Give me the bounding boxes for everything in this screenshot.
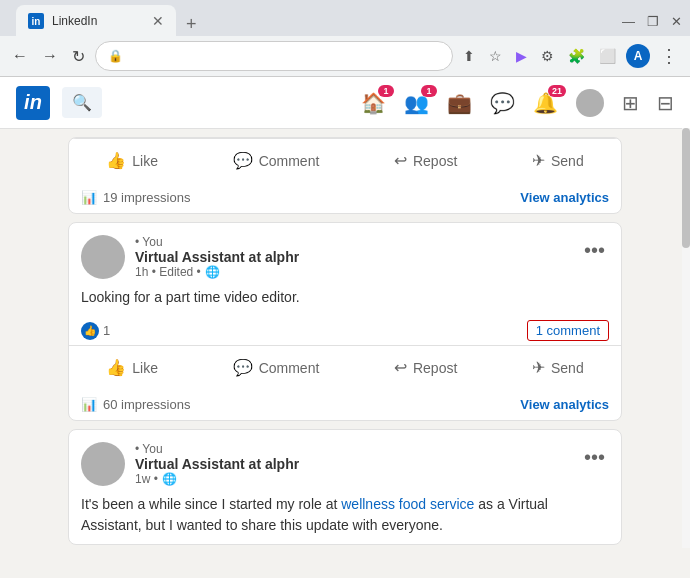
bookmark-button[interactable]: ☆ — [485, 44, 506, 68]
post3-more-options[interactable]: ••• — [580, 442, 609, 473]
post1-like-button[interactable]: 👍 Like — [94, 143, 170, 178]
post2-repost-button[interactable]: ↩ Repost — [382, 350, 469, 385]
browser-action-buttons: ⬆ ☆ ▶ ⚙ 🧩 ⬜ A ⋮ — [459, 41, 682, 71]
share-button[interactable]: ⬆ — [459, 44, 479, 68]
notifications-icon: 🔔 21 — [533, 91, 558, 115]
globe-icon: 🌐 — [205, 265, 220, 279]
post2-view-analytics[interactable]: View analytics — [520, 397, 609, 412]
post-card-3: • You Virtual Assistant at alphr 1w • 🌐 … — [68, 429, 622, 545]
nav-notifications[interactable]: 🔔 21 — [533, 91, 558, 115]
scrollbar-thumb[interactable] — [682, 128, 690, 248]
post2-actions: 👍 Like 💬 Comment ↩ Repost ✈ Send — [69, 345, 621, 389]
comment-icon-2: 💬 — [233, 358, 253, 377]
title-bar: in LinkedIn ✕ + — ❐ ✕ — [0, 0, 690, 36]
browser-chrome: in LinkedIn ✕ + — ❐ ✕ ← → ↻ 🔒 ⬆ ☆ ▶ ⚙ 🧩 … — [0, 0, 690, 77]
send-label-2: Send — [551, 360, 584, 376]
bar-chart-icon: 📊 — [81, 190, 97, 205]
home-badge: 1 — [378, 85, 394, 97]
address-bar[interactable]: 🔒 — [95, 41, 453, 71]
post2-comment-button[interactable]: 💬 Comment — [221, 350, 332, 385]
nav-work[interactable]: ⊟ — [657, 91, 674, 115]
post2-more-options[interactable]: ••• — [580, 235, 609, 266]
nav-home[interactable]: 🏠 1 — [361, 91, 386, 115]
scrollbar[interactable] — [682, 128, 690, 548]
media-button[interactable]: ▶ — [512, 44, 531, 68]
comment-label-2: Comment — [259, 360, 320, 376]
post2-reaction-count: 1 — [103, 323, 110, 338]
like-label: Like — [132, 153, 158, 169]
like-icon-2: 👍 — [106, 358, 126, 377]
tab-favicon: in — [28, 13, 44, 29]
post3-author-info: • You Virtual Assistant at alphr 1w • 🌐 — [135, 442, 299, 486]
post1-repost-button[interactable]: ↩ Repost — [382, 143, 469, 178]
post2-reactions: 👍 1 — [81, 322, 110, 340]
send-icon: ✈ — [532, 151, 545, 170]
tab-title: LinkedIn — [52, 14, 97, 28]
globe-icon-3: 🌐 — [162, 472, 177, 486]
nav-me[interactable] — [576, 89, 604, 117]
post3-body: • You Virtual Assistant at alphr 1w • 🌐 … — [69, 430, 621, 536]
post1-impressions-left: 📊 19 impressions — [81, 190, 190, 205]
translate-button[interactable]: ⚙ — [537, 44, 558, 68]
menu-button[interactable]: ⋮ — [656, 41, 682, 71]
like-icon: 👍 — [106, 151, 126, 170]
post2-you-label: • You — [135, 235, 299, 249]
post2-header: • You Virtual Assistant at alphr 1h • Ed… — [81, 235, 609, 279]
post3-link[interactable]: wellness food service — [341, 496, 474, 512]
post2-like-button[interactable]: 👍 Like — [94, 350, 170, 385]
repost-icon: ↩ — [394, 151, 407, 170]
search-bar[interactable]: 🔍 — [62, 87, 102, 118]
post1-impressions-row: 📊 19 impressions View analytics — [69, 182, 621, 213]
post3-text: It's been a while since I started my rol… — [81, 494, 609, 536]
post2-impressions-count: 60 impressions — [103, 397, 190, 412]
forward-button[interactable]: → — [38, 43, 62, 69]
post3-author-name: Virtual Assistant at alphr — [135, 456, 299, 472]
refresh-button[interactable]: ↻ — [68, 43, 89, 70]
comment-label: Comment — [259, 153, 320, 169]
window-controls-right[interactable]: — ❐ ✕ — [622, 14, 682, 29]
nav-messaging[interactable]: 💬 — [490, 91, 515, 115]
jobs-icon: 💼 — [447, 91, 472, 115]
minimize-button[interactable]: — — [622, 14, 635, 29]
notifications-badge: 21 — [548, 85, 566, 97]
post2-text: Looking for a part time video editor. — [81, 287, 609, 308]
comment-icon: 💬 — [233, 151, 253, 170]
bar-chart-icon-2: 📊 — [81, 397, 97, 412]
repost-label-2: Repost — [413, 360, 457, 376]
post2-comment-link[interactable]: 1 comment — [527, 320, 609, 341]
post1-comment-button[interactable]: 💬 Comment — [221, 143, 332, 178]
active-tab[interactable]: in LinkedIn ✕ — [16, 5, 176, 37]
post3-header: • You Virtual Assistant at alphr 1w • 🌐 … — [81, 442, 609, 486]
post3-author: • You Virtual Assistant at alphr 1w • 🌐 — [81, 442, 299, 486]
post2-impressions-left: 📊 60 impressions — [81, 397, 190, 412]
post2-impressions-row: 📊 60 impressions View analytics — [69, 389, 621, 420]
post2-send-button[interactable]: ✈ Send — [520, 350, 596, 385]
post1-send-button[interactable]: ✈ Send — [520, 143, 596, 178]
network-icon: 👥 1 — [404, 91, 429, 115]
nav-jobs[interactable]: 💼 — [447, 91, 472, 115]
post2-author-name: Virtual Assistant at alphr — [135, 249, 299, 265]
repost-icon-2: ↩ — [394, 358, 407, 377]
post1-impressions-count: 19 impressions — [103, 190, 190, 205]
linkedin-navbar: in 🔍 🏠 1 👥 1 💼 💬 🔔 — [0, 77, 690, 129]
tab-bar: in LinkedIn ✕ + — [16, 5, 614, 37]
post1-actions: 👍 Like 💬 Comment ↩ Repost ✈ Send — [69, 138, 621, 182]
post1-view-analytics[interactable]: View analytics — [520, 190, 609, 205]
sidebar-button[interactable]: ⬜ — [595, 44, 620, 68]
extensions-button[interactable]: 🧩 — [564, 44, 589, 68]
tab-close-button[interactable]: ✕ — [152, 14, 164, 28]
new-tab-button[interactable]: + — [178, 11, 205, 37]
maximize-button[interactable]: ❐ — [647, 14, 659, 29]
post3-you-label: • You — [135, 442, 299, 456]
send-label: Send — [551, 153, 584, 169]
send-icon-2: ✈ — [532, 358, 545, 377]
browser-profile-button[interactable]: A — [626, 44, 650, 68]
nav-grid[interactable]: ⊞ — [622, 91, 639, 115]
grid-icon: ⊞ — [622, 91, 639, 115]
nav-network[interactable]: 👥 1 — [404, 91, 429, 115]
post2-reaction-row: 👍 1 1 comment — [81, 316, 609, 345]
post2-author-info: • You Virtual Assistant at alphr 1h • Ed… — [135, 235, 299, 279]
home-icon: 🏠 1 — [361, 91, 386, 115]
close-button[interactable]: ✕ — [671, 14, 682, 29]
back-button[interactable]: ← — [8, 43, 32, 69]
